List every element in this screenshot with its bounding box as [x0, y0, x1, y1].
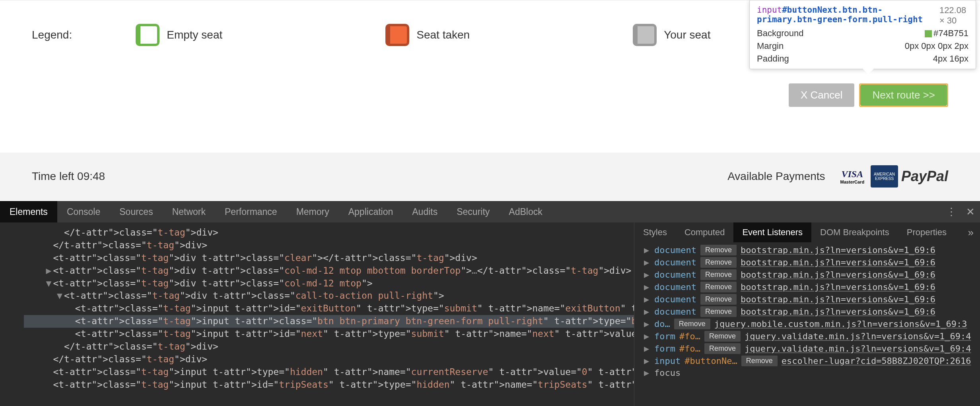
dom-line[interactable]: </t-attr">class="t-tag">div>	[24, 239, 634, 252]
remove-listener-button[interactable]: Remove	[700, 294, 737, 305]
next-route-button[interactable]: Next route >>	[860, 85, 947, 106]
devtools-tab-elements[interactable]: Elements	[0, 201, 57, 222]
legend-item-your: Your seat	[633, 24, 710, 46]
available-payments: Available Payments VISA MasterCard AMERI…	[727, 165, 948, 188]
devtools-tab-application[interactable]: Application	[339, 201, 403, 222]
listener-row[interactable]: ▶document Remove bootstrap.min.js?ln=ver…	[634, 305, 980, 318]
legend-item-empty: Empty seat	[136, 24, 222, 46]
devtools-panel: ElementsConsoleSourcesNetworkPerformance…	[0, 201, 980, 406]
swatch-taken-icon	[385, 24, 409, 46]
listener-source-link[interactable]: bootstrap.min.js?ln=versions&v=1_69:6	[741, 257, 935, 267]
devtools-kebab-icon[interactable]: ⋮	[942, 206, 961, 218]
listener-row[interactable]: ▶document Remove bootstrap.min.js?ln=ver…	[634, 244, 980, 256]
devtools-tab-performance[interactable]: Performance	[215, 201, 287, 222]
listener-source-link[interactable]: jquery.validate.min.js?ln=versions&v=1_6…	[745, 344, 971, 354]
devtools-tab-console[interactable]: Console	[57, 201, 110, 222]
dom-line[interactable]: ▼<t-attr">class="t-tag">div t-attr">clas…	[24, 277, 634, 290]
action-row: X Cancel Next route >>	[789, 83, 948, 107]
tooltip-prop-background: Background #74B751	[757, 28, 968, 39]
paypal-logo: PayPal	[901, 168, 948, 185]
listener-row[interactable]: ▶document Remove bootstrap.min.js?ln=ver…	[634, 281, 980, 293]
listener-source-link[interactable]: jquery.validate.min.js?ln=versions&v=1_6…	[745, 331, 971, 341]
listener-row[interactable]: ▶form#fo… Remove jquery.validate.min.js?…	[634, 330, 980, 342]
side-tab-computed[interactable]: Computed	[676, 222, 734, 242]
devtools-close-icon[interactable]: ✕	[961, 206, 980, 218]
listener-row[interactable]: ▶document Remove bootstrap.min.js?ln=ver…	[634, 269, 980, 281]
side-tab-bar: StylesComputedEvent ListenersDOM Breakpo…	[634, 222, 980, 242]
side-tab-event-listeners[interactable]: Event Listeners	[733, 222, 811, 242]
devtools-tab-network[interactable]: Network	[163, 201, 215, 222]
tooltip-dimensions: 122.08 × 30	[939, 5, 968, 26]
devtools-tab-memory[interactable]: Memory	[287, 201, 339, 222]
dom-line[interactable]: </t-attr">class="t-tag">div>	[24, 340, 634, 353]
dom-tree-panel[interactable]: </t-attr">class="t-tag">div> </t-attr">c…	[0, 222, 634, 406]
tooltip-prop-margin: Margin 0px 0px 0px 2px	[757, 41, 968, 51]
listener-source-link[interactable]: bootstrap.min.js?ln=versions&v=1_69:6	[741, 270, 935, 280]
devtools-tab-sources[interactable]: Sources	[110, 201, 162, 222]
swatch-empty-icon	[136, 24, 159, 46]
listener-source-link[interactable]: bootstrap.min.js?ln=versions&v=1_69:6	[741, 294, 935, 304]
devtools-tab-bar: ElementsConsoleSourcesNetworkPerformance…	[0, 201, 980, 222]
event-listeners-list[interactable]: ▶document Remove bootstrap.min.js?ln=ver…	[634, 242, 980, 380]
next-button-highlight: Next route >>	[859, 83, 948, 107]
listener-source-link[interactable]: bootstrap.min.js?ln=versions&v=1_69:6	[741, 282, 935, 292]
listener-source-link[interactable]: bootstrap.min.js?ln=versions&v=1_69:6	[741, 307, 935, 317]
remove-listener-button[interactable]: Remove	[700, 282, 737, 292]
side-tab-properties[interactable]: Properties	[898, 222, 955, 242]
swatch-your-icon	[633, 24, 657, 46]
footer-strip: Time left 09:48 Available Payments VISA …	[0, 153, 980, 200]
dom-line[interactable]: <t-attr">class="t-tag">input t-attr">id=…	[24, 379, 634, 391]
side-tab-dom-breakpoints[interactable]: DOM Breakpoints	[811, 222, 898, 242]
legend-label-empty: Empty seat	[167, 29, 222, 41]
devtools-body: </t-attr">class="t-tag">div> </t-attr">c…	[0, 222, 980, 406]
devtools-tab-adblock[interactable]: AdBlock	[499, 201, 552, 222]
payment-logos: VISA MasterCard AMERICAN EXPRESS PayPal	[837, 165, 948, 188]
remove-listener-button[interactable]: Remove	[704, 331, 741, 342]
side-tab-styles[interactable]: Styles	[634, 222, 676, 242]
dom-line[interactable]: <t-attr">class="t-tag">input t-attr">id=…	[24, 328, 634, 340]
remove-listener-button[interactable]: Remove	[674, 319, 710, 329]
remove-listener-button[interactable]: Remove	[700, 245, 737, 255]
listener-source-link[interactable]: bootstrap.min.js?ln=versions&v=1_69:6	[741, 245, 935, 255]
cancel-button[interactable]: X Cancel	[789, 83, 855, 107]
remove-listener-button[interactable]: Remove	[700, 269, 737, 280]
legend-label-taken: Seat taken	[416, 29, 470, 41]
remove-listener-button[interactable]: Remove	[741, 356, 778, 366]
tooltip-arrow-icon	[863, 69, 874, 74]
listener-row[interactable]: ▶document Remove bootstrap.min.js?ln=ver…	[634, 293, 980, 305]
legend-title: Legend:	[32, 29, 72, 41]
listener-source-link[interactable]: escolher-lugar?cid=58B8ZJ020TQP:2616	[782, 356, 971, 366]
listener-row[interactable]: ▶document Remove bootstrap.min.js?ln=ver…	[634, 256, 980, 269]
amex-logo: AMERICAN EXPRESS	[871, 165, 898, 188]
listener-row[interactable]: ▶form#fo… Remove jquery.validate.min.js?…	[634, 342, 980, 355]
time-left: Time left 09:48	[32, 170, 105, 183]
devtools-side-panel: StylesComputedEvent ListenersDOM Breakpo…	[634, 222, 980, 406]
dom-line[interactable]: <t-attr">class="t-tag">input t-attr">typ…	[24, 366, 634, 379]
legend-label-your: Your seat	[664, 29, 710, 41]
time-left-label: Time left	[32, 170, 74, 182]
dom-line[interactable]: </t-attr">class="t-tag">div>	[24, 226, 634, 239]
dom-line[interactable]: <t-attr">class="t-tag">div t-attr">class…	[24, 252, 634, 265]
dom-line[interactable]: ▶<t-attr">class="t-tag">div t-attr">clas…	[24, 265, 634, 277]
visa-logo: VISA MasterCard	[837, 165, 868, 188]
remove-listener-button[interactable]: Remove	[704, 343, 741, 354]
dom-line[interactable]: </t-attr">class="t-tag">div>	[24, 353, 634, 366]
dom-line[interactable]: <t-attr">class="t-tag">input t-attr">id=…	[24, 302, 634, 315]
remove-listener-button[interactable]: Remove	[700, 257, 737, 268]
side-tabs-more-icon[interactable]: »	[962, 226, 980, 239]
listener-row[interactable]: ▶do… Remove jquery.mobile.custom.min.js?…	[634, 318, 980, 330]
tooltip-selector: input#buttonNext.btn.btn-primary.btn-gre…	[757, 5, 939, 26]
listener-row[interactable]: ▶input#buttonNe… Remove escolher-lugar?c…	[634, 355, 980, 367]
devtools-tab-audits[interactable]: Audits	[402, 201, 447, 222]
available-payments-label: Available Payments	[727, 170, 825, 183]
listener-source-link[interactable]: jquery.mobile.custom.min.js?ln=versions&…	[714, 319, 967, 329]
dom-line[interactable]: ▼<t-attr">class="t-tag">div t-attr">clas…	[24, 290, 634, 302]
legend-item-taken: Seat taken	[385, 24, 470, 46]
dom-line[interactable]: <t-attr">class="t-tag">input t-attr">cla…	[24, 315, 634, 328]
element-inspector-tooltip: input#buttonNext.btn.btn-primary.btn-gre…	[749, 0, 976, 69]
remove-listener-button[interactable]: Remove	[700, 306, 737, 317]
time-left-value: 09:48	[77, 170, 105, 182]
listener-focus-group[interactable]: ▶focus	[634, 367, 980, 379]
tooltip-prop-padding: Padding 4px 16px	[757, 54, 968, 64]
devtools-tab-security[interactable]: Security	[447, 201, 499, 222]
